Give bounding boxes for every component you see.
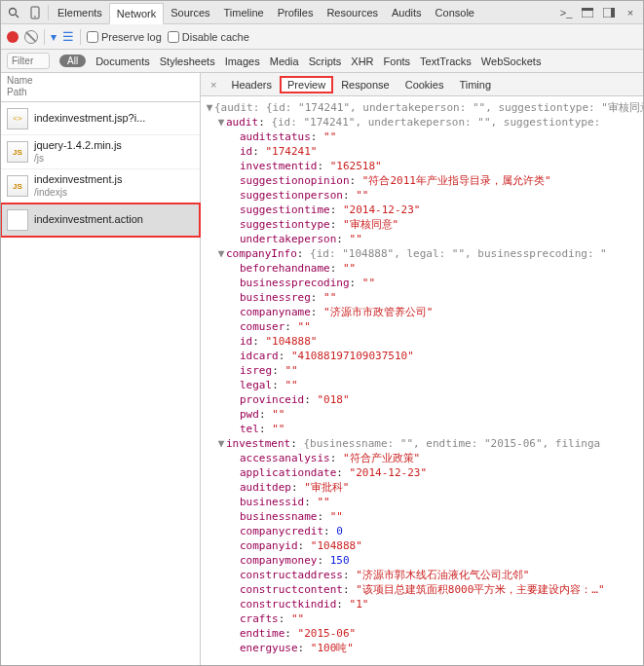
filter-scripts[interactable]: Scripts — [309, 56, 342, 67]
filter-bar: All Documents Stylesheets Images Media S… — [1, 50, 643, 73]
search-icon[interactable] — [3, 2, 24, 23]
json-line[interactable]: suggestionopinion: "符合2011年产业指导目录，属允许类" — [203, 173, 641, 188]
filter-documents[interactable]: Documents — [95, 56, 150, 67]
view-icon[interactable]: ☰ — [62, 29, 74, 44]
filter-all-pill[interactable]: All — [59, 55, 86, 67]
device-icon[interactable] — [24, 2, 46, 23]
main-split: Name Path <>indexinvestment.jsp?i...JSjq… — [1, 73, 643, 666]
json-line[interactable]: provinceid: "018" — [203, 392, 641, 407]
json-line[interactable]: constructcontent: "该项目总建筑面积8000平方米，主要建设内… — [203, 582, 641, 597]
json-line[interactable]: comuser: "" — [203, 319, 641, 334]
jsp-file-icon: <> — [7, 108, 28, 130]
disable-cache-label: Disable cache — [182, 31, 249, 43]
json-line[interactable]: constructaddress: "济源市郭木线石油液化气公司北邻" — [203, 568, 641, 582]
json-line[interactable]: businessid: "" — [203, 495, 641, 509]
json-line[interactable]: investmentid: "162518" — [203, 159, 641, 173]
json-line[interactable]: idcard: "41088197109037510" — [203, 349, 641, 363]
request-row[interactable]: <>indexinvestment.jsp?i... — [1, 102, 200, 135]
filter-fonts[interactable]: Fonts — [384, 56, 411, 67]
svg-point-3 — [34, 16, 36, 18]
request-name: indexinvestment.action — [34, 213, 143, 226]
tab-audits[interactable]: Audits — [385, 2, 429, 23]
json-line[interactable]: endtime: "2015-06" — [203, 626, 641, 641]
json-line[interactable]: energyuse: "100吨" — [203, 641, 641, 655]
preview-pane[interactable]: ▼{audit: {id: "174241", undertakeperson:… — [201, 96, 643, 666]
json-line[interactable]: companycredit: 0 — [203, 524, 641, 538]
json-line[interactable]: suggestiontype: "审核同意" — [203, 217, 641, 232]
filter-media[interactable]: Media — [270, 56, 299, 67]
tab-timeline[interactable]: Timeline — [217, 2, 271, 23]
json-line[interactable]: pwd: "" — [203, 407, 641, 422]
details-tab-cookies[interactable]: Cookies — [398, 77, 451, 92]
json-line[interactable]: ▼audit: {id: "174241", undertakeperson: … — [203, 115, 641, 130]
request-row[interactable]: JSindexinvestment.js/indexjs — [1, 169, 200, 204]
close-icon[interactable]: × — [620, 2, 641, 23]
json-line[interactable]: companyid: "104888" — [203, 538, 641, 553]
json-line[interactable]: applicationdate: "2014-12-23" — [203, 465, 641, 480]
json-line[interactable]: businessreg: "" — [203, 290, 641, 305]
json-line[interactable]: id: "104888" — [203, 334, 641, 349]
request-row[interactable]: JSjquery-1.4.2.min.js/js — [1, 135, 200, 169]
json-line[interactable]: auditdep: "审批科" — [203, 480, 641, 495]
svg-rect-7 — [611, 8, 615, 18]
separator — [80, 29, 81, 45]
js-file-icon: JS — [7, 175, 28, 197]
request-list-header: Name Path — [1, 73, 200, 102]
json-line[interactable]: auditstatus: "" — [203, 130, 641, 144]
details-panel: × HeadersPreviewResponseCookiesTiming ▼{… — [201, 73, 643, 666]
request-name: indexinvestment.js/indexjs — [34, 173, 123, 199]
tab-elements[interactable]: Elements — [51, 2, 109, 23]
filter-texttracks[interactable]: TextTracks — [420, 56, 472, 67]
details-tab-headers[interactable]: Headers — [224, 77, 279, 92]
clear-button[interactable] — [24, 30, 38, 44]
json-line[interactable]: id: "174241" — [203, 144, 641, 159]
preserve-log-checkbox[interactable]: Preserve log — [87, 31, 162, 43]
json-line[interactable]: beforehandname: "" — [203, 261, 641, 276]
svg-point-0 — [10, 8, 17, 15]
tab-console[interactable]: Console — [429, 2, 481, 23]
filter-xhr[interactable]: XHR — [351, 56, 373, 67]
json-line[interactable]: undertakeperson: "" — [203, 232, 641, 246]
request-name: indexinvestment.jsp?i... — [34, 112, 145, 125]
tab-profiles[interactable]: Profiles — [271, 2, 321, 23]
details-tab-response[interactable]: Response — [334, 77, 397, 92]
disable-cache-checkbox[interactable]: Disable cache — [168, 31, 249, 43]
json-line[interactable]: companyname: "济源市市政管养公司" — [203, 305, 641, 319]
col-name: Name — [7, 75, 194, 87]
json-line[interactable]: tel: "" — [203, 422, 641, 436]
tab-network[interactable]: Network — [109, 3, 164, 24]
record-button[interactable] — [7, 31, 19, 43]
devtools-tabbar: ElementsNetworkSourcesTimelineProfilesRe… — [1, 1, 643, 24]
filter-input[interactable] — [7, 53, 50, 69]
request-row[interactable]: indexinvestment.action — [1, 204, 200, 237]
json-line[interactable]: legal: "" — [203, 378, 641, 392]
details-tab-preview[interactable]: Preview — [281, 77, 332, 92]
filter-images[interactable]: Images — [225, 56, 260, 67]
json-line[interactable]: isreg: "" — [203, 363, 641, 378]
tab-sources[interactable]: Sources — [164, 2, 216, 23]
json-line[interactable]: ▼investment: {businessname: "", endtime:… — [203, 436, 641, 451]
filter-websockets[interactable]: WebSockets — [481, 56, 542, 67]
json-line[interactable]: suggestiontime: "2014-12-23" — [203, 203, 641, 217]
preserve-log-label: Preserve log — [101, 31, 162, 43]
console-toggle-icon[interactable]: >_ — [555, 2, 577, 23]
tab-resources[interactable]: Resources — [320, 2, 385, 23]
separator — [48, 5, 49, 20]
json-line[interactable]: ▼{audit: {id: "174241", undertakeperson:… — [203, 100, 641, 115]
json-line[interactable]: businessname: "" — [203, 509, 641, 524]
svg-line-1 — [16, 15, 19, 18]
filter-stylesheets[interactable]: Stylesheets — [160, 56, 215, 67]
json-line[interactable]: companymoney: 150 — [203, 553, 641, 568]
details-tab-timing[interactable]: Timing — [452, 77, 498, 92]
json-line[interactable]: suggestionperson: "" — [203, 188, 641, 203]
dock-icon[interactable] — [598, 2, 620, 23]
json-line[interactable]: constructkindid: "1" — [203, 597, 641, 611]
close-details-icon[interactable]: × — [205, 79, 222, 91]
json-line[interactable]: ▼companyInfo: {id: "104888", legal: "", … — [203, 246, 641, 261]
json-line[interactable]: businessprecoding: "" — [203, 276, 641, 290]
json-line[interactable]: crafts: "" — [203, 611, 641, 626]
svg-rect-5 — [582, 8, 593, 11]
drawer-icon[interactable] — [577, 2, 598, 23]
json-line[interactable]: accessanalysis: "符合产业政策" — [203, 451, 641, 465]
filter-icon[interactable]: ▾ — [51, 30, 57, 44]
